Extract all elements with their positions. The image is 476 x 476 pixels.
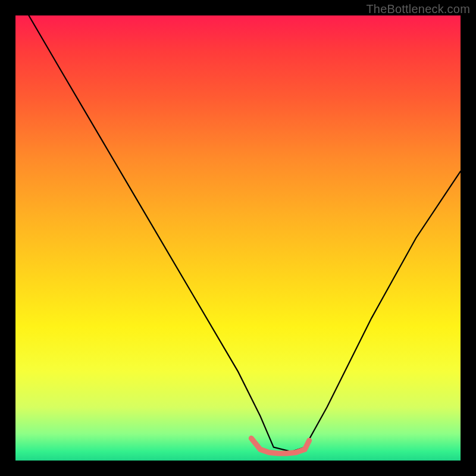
main-curve-path xyxy=(29,15,461,452)
highlight-curve-path xyxy=(251,439,309,453)
attribution-text: TheBottleneck.com xyxy=(366,2,470,16)
chart-svg xyxy=(15,15,461,461)
chart-plot-area xyxy=(15,15,461,461)
